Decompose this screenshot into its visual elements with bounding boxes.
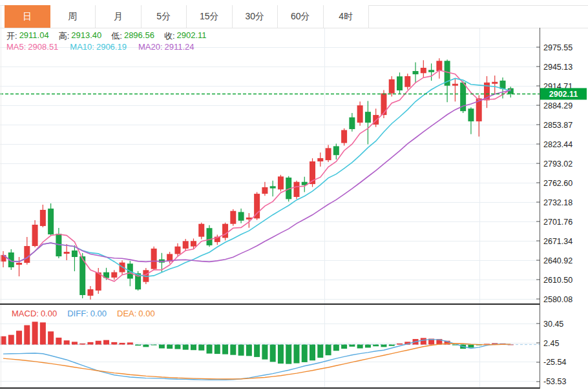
tab-15分[interactable]: 15分: [187, 5, 233, 28]
macd-tick-label: -25.54: [543, 358, 566, 367]
price-tick-label: 2823.44: [543, 140, 572, 149]
macd-bar: [143, 345, 149, 347]
macd-bar: [24, 325, 30, 345]
macd-tick-label: -53.53: [543, 377, 566, 386]
macd-bar: [293, 345, 299, 364]
candle-body: [222, 224, 228, 238]
candle-body: [16, 263, 22, 265]
macd-value: 0.00: [41, 309, 57, 318]
tab-30分[interactable]: 30分: [233, 5, 278, 28]
macd-bar: [56, 338, 61, 345]
tab-月[interactable]: 月: [96, 5, 142, 28]
candle-body: [87, 289, 93, 296]
candle-body: [32, 225, 38, 246]
price-tag-value: 2902.11: [549, 90, 578, 99]
macd-bar: [174, 345, 180, 349]
macd-bar: [357, 345, 363, 349]
macd-bar: [326, 345, 331, 356]
candle-body: [293, 182, 299, 197]
macd-bar: [341, 345, 347, 349]
trading-chart-app: 2975.552945.132914.712884.292853.872823.…: [0, 0, 588, 390]
candle-body: [404, 76, 410, 87]
candle-body: [278, 176, 284, 189]
price-tick-label: 2732.18: [543, 198, 572, 207]
macd-bar: [421, 338, 426, 344]
price-axis-labels: 2975.552945.132914.712884.292853.872823.…: [536, 43, 572, 304]
macd-bar: [159, 345, 165, 349]
macd-bar: [64, 340, 70, 344]
open-readout: 开: 2911.04: [6, 30, 49, 42]
diff-readout: DIFF: 0.00: [67, 309, 107, 318]
diff-label: DIFF:: [67, 309, 89, 318]
tab-日[interactable]: 日: [5, 5, 50, 28]
tab-4时[interactable]: 4时: [324, 5, 370, 28]
candle-body: [174, 247, 180, 254]
macd-bar: [79, 344, 85, 345]
close-readout: 收: 2902.11: [164, 30, 207, 42]
price-tick-label: 2701.76: [543, 218, 572, 227]
open-value: 2911.04: [19, 30, 49, 42]
close-value: 2902.11: [177, 30, 207, 42]
macd-bar: [349, 345, 355, 347]
candle-body: [341, 130, 347, 143]
price-tick-label: 2945.13: [543, 63, 572, 72]
main-gridlines: [0, 28, 540, 388]
candle-body: [198, 224, 204, 237]
high-label: 高:: [59, 30, 70, 42]
candle-body: [436, 61, 442, 71]
candle-body: [111, 272, 117, 278]
ma10-readout: MA10: 2906.19: [70, 42, 127, 52]
tab-bar: 日周月5分15分30分60分4时: [5, 5, 369, 28]
candle-body: [24, 246, 30, 263]
ma5-label: MA5:: [6, 42, 26, 52]
tab-周[interactable]: 周: [50, 5, 96, 28]
macd-bar: [191, 345, 196, 351]
candle-body: [238, 212, 244, 220]
macd-bar: [230, 345, 236, 355]
high-readout: 高: 2913.40: [59, 30, 102, 42]
macd-tick-label: 30.45: [543, 320, 563, 329]
macd-bar: [468, 345, 474, 348]
macd-label: MACD:: [12, 309, 39, 318]
candle-body: [270, 186, 276, 188]
ma20-value: 2911.24: [165, 42, 194, 52]
candle-body: [421, 68, 426, 73]
macd-readout-row: MACD: 0.00 DIFF: 0.00 DEA: 0.00: [12, 309, 155, 318]
macd-bar: [40, 322, 46, 344]
candle-body: [40, 210, 46, 226]
macd-bar: [198, 345, 204, 351]
low-readout: 低: 2896.56: [111, 30, 154, 42]
ma20-line: [3, 90, 510, 262]
ma5-readout: MA5: 2908.51: [6, 42, 58, 52]
candle-body: [262, 187, 268, 194]
price-tick-label: 2975.55: [543, 43, 572, 52]
macd-bar: [103, 340, 109, 345]
candle-body: [191, 241, 196, 246]
macd-bar: [87, 342, 93, 345]
macd-bar: [381, 345, 386, 347]
macd-readout: MACD: 0.00: [12, 309, 57, 318]
macd-bar: [310, 345, 315, 361]
candle-body: [452, 84, 458, 86]
tab-60分[interactable]: 60分: [278, 5, 324, 28]
macd-bar: [151, 345, 157, 345]
chart-canvas[interactable]: 2975.552945.132914.712884.292853.872823.…: [0, 0, 588, 390]
candle-body: [326, 148, 331, 160]
ma-row: MA5: 2908.51 MA10: 2906.19 MA20: 2911.24: [6, 42, 194, 52]
macd-bar: [262, 345, 268, 360]
price-tick-label: 2671.34: [543, 237, 572, 246]
macd-bar: [183, 345, 189, 350]
price-tag: 2902.11: [540, 88, 587, 99]
ma20-label: MA20:: [138, 42, 163, 52]
macd-bar: [302, 345, 308, 362]
macd-bar: [167, 345, 173, 349]
dea-readout: DEA: 0.00: [117, 309, 155, 318]
macd-bar: [1, 336, 6, 345]
high-value: 2913.40: [71, 30, 101, 42]
macd-bar: [270, 345, 276, 362]
macd-tick-label: 2.45: [543, 339, 559, 348]
tab-5分[interactable]: 5分: [142, 5, 187, 28]
ma10-line: [3, 78, 510, 276]
price-tick-label: 2793.02: [543, 159, 572, 169]
macd-bar: [238, 345, 244, 356]
